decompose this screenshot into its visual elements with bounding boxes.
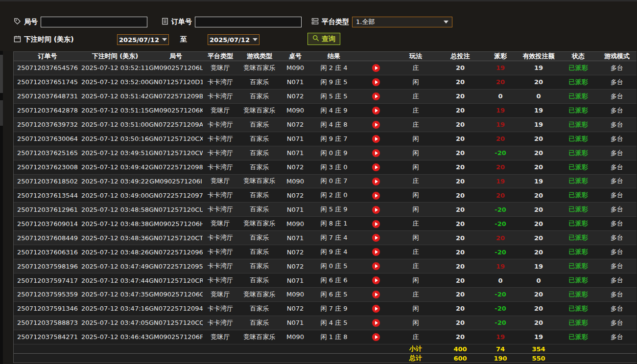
cell-status: 已派彩 [559, 203, 597, 217]
cell-valid: 20 [518, 231, 559, 245]
cell-play [358, 188, 394, 203]
round-no-input[interactable] [41, 17, 147, 27]
cell-method: 庄 [394, 245, 438, 259]
cell-time: 2025-07-12 03:49:51 [81, 146, 149, 160]
col-header-method: 玩法 [394, 52, 438, 61]
date-from-picker[interactable]: 2025/07/12 [117, 34, 169, 45]
table-row: 2507120376129612025-07-12 03:48:58GN0712… [14, 203, 637, 217]
play-icon [375, 307, 378, 311]
cell-game: 百家乐 [238, 160, 281, 174]
cell-method: 庄 [394, 61, 438, 75]
cell-game: 竞咪百家乐 [238, 61, 281, 75]
cell-payout: -20 [483, 203, 518, 217]
cell-play [358, 146, 394, 160]
cell-valid: 20 [518, 160, 559, 174]
cell-bet: 20 [438, 330, 483, 344]
play-video-button[interactable] [372, 64, 380, 72]
cell-order: 250712037612961 [14, 203, 81, 217]
play-video-button[interactable] [372, 135, 380, 143]
cell-platform: 卡卡湾厅 [203, 188, 238, 203]
col-header-order: 订单号 [14, 52, 81, 61]
cell-round: GM0902571206H [149, 217, 203, 231]
cell-payout: 19 [483, 259, 518, 273]
play-video-button[interactable] [372, 248, 380, 256]
cell-platform: 竞咪厅 [203, 217, 238, 231]
play-video-button[interactable] [372, 276, 380, 284]
cell-game: 百家乐 [238, 188, 281, 203]
play-video-button[interactable] [372, 206, 380, 214]
play-video-button[interactable] [372, 220, 380, 228]
play-video-button[interactable] [372, 319, 380, 327]
cell-round: GN0722571209A [149, 117, 203, 132]
play-video-button[interactable] [372, 262, 380, 270]
cell-method: 闲 [394, 273, 438, 288]
play-video-button[interactable] [372, 192, 380, 200]
cell-platform: 卡卡湾厅 [203, 203, 238, 217]
cell-bet: 20 [438, 75, 483, 89]
cell-time: 2025-07-12 03:51:00 [81, 117, 149, 132]
play-video-button[interactable] [372, 149, 380, 157]
cell-table_no: N072 [281, 89, 309, 103]
cell-order: 250712037606316 [14, 245, 81, 259]
cell-payout: -20 [483, 301, 518, 316]
table-header-row: 订单号下注时间 (美东)局号平台类型游戏类型桌号结果玩法总投注派彩有效投注额状态… [14, 52, 637, 61]
cell-time: 2025-07-12 03:49:42 [81, 160, 149, 174]
cell-payout: 20 [483, 75, 518, 89]
date-to-picker[interactable]: 2025/07/12 [208, 34, 260, 45]
cell-platform: 竞咪厅 [203, 330, 238, 344]
cell-method: 闲 [394, 75, 438, 89]
play-video-button[interactable] [372, 121, 380, 129]
cell-valid: 19 [518, 174, 559, 188]
cell-game: 百家乐 [238, 117, 281, 132]
cell-time: 2025-07-12 03:49:00 [81, 188, 149, 203]
cell-time: 2025-07-12 03:46:43 [81, 330, 149, 344]
play-video-button[interactable] [372, 291, 380, 298]
cell-valid: 19 [518, 103, 559, 117]
cell-time: 2025-07-12 03:47:05 [81, 316, 149, 330]
cell-table_no: M090 [281, 330, 309, 344]
cell-mode: 多台 [597, 132, 637, 146]
cell-order: 250712037642878 [14, 103, 81, 117]
table-row: 2507120375974172025-07-12 03:47:44GN0712… [14, 273, 637, 288]
order-no-input[interactable] [195, 17, 302, 27]
cell-table_no: N072 [281, 188, 309, 203]
cell-method: 闲 [394, 203, 438, 217]
cell-mode: 多台 [597, 61, 637, 75]
play-video-button[interactable] [372, 234, 380, 242]
cell-method: 庄 [394, 217, 438, 231]
cell-round: GN071257120CT [149, 231, 203, 245]
tag-icon [14, 18, 21, 26]
cell-platform: 卡卡湾厅 [203, 146, 238, 160]
cell-play [358, 245, 394, 259]
play-icon [375, 137, 378, 141]
cell-payout: 0 [483, 273, 518, 288]
play-video-button[interactable] [372, 305, 380, 313]
cell-table_no: N072 [281, 160, 309, 174]
table-row: 2507120376090142025-07-12 03:48:38GM0902… [14, 217, 637, 231]
play-icon [375, 66, 378, 70]
cell-payout: 19 [483, 174, 518, 188]
cell-round: GM0902571206I [149, 174, 203, 188]
cell-method: 庄 [394, 89, 438, 103]
cell-platform: 卡卡湾厅 [203, 117, 238, 132]
cell-bet: 20 [438, 61, 483, 75]
cell-play [358, 103, 394, 117]
cell-method: 闲 [394, 301, 438, 316]
play-video-button[interactable] [372, 92, 380, 100]
play-video-button[interactable] [372, 178, 380, 185]
cell-bet: 20 [438, 245, 483, 259]
cell-order: 250712037609014 [14, 217, 81, 231]
query-button[interactable]: 查询 [307, 33, 340, 45]
cell-bet: 20 [438, 146, 483, 160]
play-video-button[interactable] [372, 163, 380, 171]
platform-select[interactable]: 1.全部 [352, 17, 452, 27]
cell-result: 闲 4 庄 5 [309, 316, 358, 330]
play-video-button[interactable] [372, 107, 380, 114]
cell-time: 2025-07-12 03:51:42 [81, 89, 149, 103]
cell-bet: 20 [438, 160, 483, 174]
play-video-button[interactable] [372, 333, 380, 341]
table-row: 2507120376545762025-07-12 03:52:11GM0902… [14, 61, 637, 75]
play-video-button[interactable] [372, 78, 380, 86]
cell-game: 竞咪百家乐 [238, 103, 281, 117]
cell-play [358, 217, 394, 231]
